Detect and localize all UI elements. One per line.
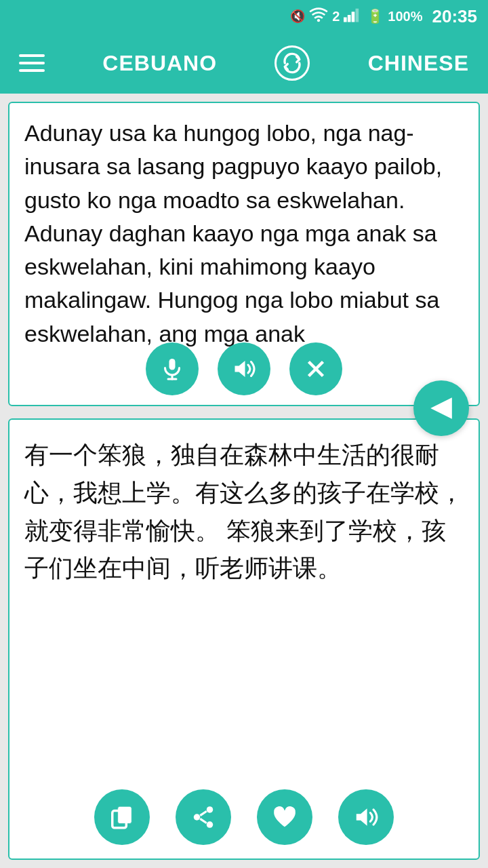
svg-marker-20: [357, 808, 367, 825]
mute-icon: 🔇: [290, 9, 305, 24]
volume-button[interactable]: [338, 789, 394, 845]
svg-point-0: [317, 19, 320, 22]
copy-button[interactable]: [94, 789, 150, 845]
target-text[interactable]: 有一个笨狼，独自在森林中生活的很耐心，我想上学。有这么多的孩子在学校，就变得非常…: [24, 436, 464, 587]
svg-point-16: [194, 814, 201, 821]
share-button[interactable]: [176, 789, 231, 845]
svg-rect-13: [118, 806, 132, 823]
status-icons: 🔇 2 🔋 100% 20:35: [290, 6, 477, 27]
svg-line-18: [200, 811, 207, 815]
signal-icon: [344, 7, 363, 26]
status-time: 20:35: [432, 6, 478, 27]
svg-point-15: [207, 806, 214, 813]
svg-rect-1: [344, 17, 347, 22]
svg-rect-5: [169, 359, 176, 370]
favorite-button[interactable]: [257, 789, 312, 845]
battery-percent: 100%: [388, 9, 422, 24]
send-button-wrap: [8, 380, 480, 436]
nav-bar: CEBUANO CHINESE: [0, 33, 488, 94]
main-content: Adunay usa ka hungog lobo, nga nag-inusa…: [0, 94, 488, 868]
wifi-icon: [309, 7, 328, 26]
svg-line-19: [200, 818, 207, 823]
svg-marker-8: [235, 361, 245, 377]
svg-point-17: [207, 821, 214, 828]
source-text[interactable]: Adunay usa ka hungog lobo, nga nag-inusa…: [24, 117, 464, 351]
svg-rect-3: [352, 12, 355, 22]
svg-rect-4: [356, 8, 359, 22]
source-panel: Adunay usa ka hungog lobo, nga nag-inusa…: [8, 102, 480, 406]
target-panel: 有一个笨狼，独自在森林中生活的很耐心，我想上学。有这么多的孩子在学校，就变得非常…: [8, 418, 480, 860]
target-language-label[interactable]: CHINESE: [368, 51, 469, 76]
svg-rect-2: [348, 15, 351, 22]
battery-icon: 🔋: [367, 8, 384, 24]
target-actions: [9, 789, 479, 845]
menu-button[interactable]: [19, 54, 45, 72]
send-button[interactable]: [413, 380, 469, 436]
swap-languages-button[interactable]: [274, 45, 310, 81]
source-language-label[interactable]: CEBUANO: [102, 51, 217, 76]
status-bar: 🔇 2 🔋 100% 20:35: [0, 0, 488, 33]
sim-icon: 2: [332, 9, 340, 24]
